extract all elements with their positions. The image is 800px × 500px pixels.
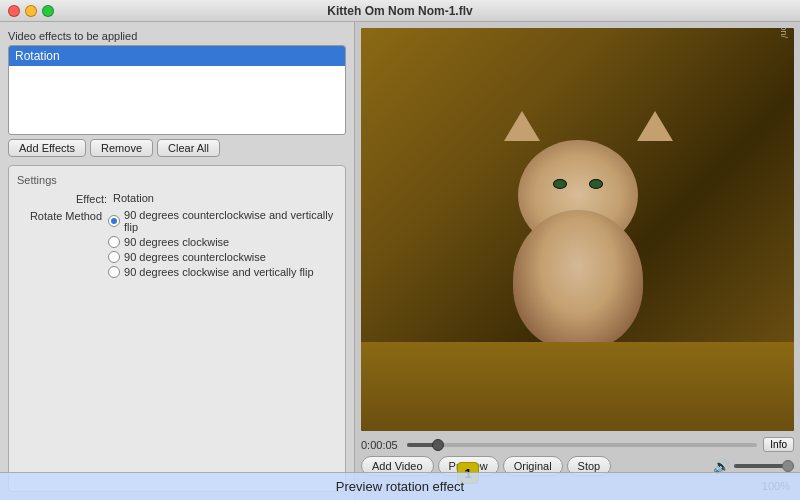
- cat-eyes: [553, 179, 603, 189]
- radio-2[interactable]: [108, 251, 120, 263]
- effect-label: Effect:: [17, 192, 107, 205]
- volume-thumb[interactable]: [782, 460, 794, 472]
- effects-list-label: Video effects to be applied: [8, 30, 346, 42]
- maximize-button[interactable]: [42, 5, 54, 17]
- settings-section: Settings Effect: Rotation Rotate Method …: [8, 165, 346, 492]
- cat-ear-right: [637, 111, 673, 141]
- effect-value: Rotation: [113, 192, 154, 204]
- rotate-method-label: Rotate Method: [17, 209, 102, 222]
- remove-button[interactable]: Remove: [90, 139, 153, 157]
- window-title: Kitteh Om Nom Nom-1.flv: [327, 4, 472, 18]
- clear-all-button[interactable]: Clear All: [157, 139, 220, 157]
- video-frame: http://www.bigsoft.com/conversion/: [361, 28, 794, 431]
- settings-title: Settings: [17, 174, 337, 186]
- tooltip-text: Preview rotation effect: [336, 479, 464, 494]
- close-button[interactable]: [8, 5, 20, 17]
- seek-thumb[interactable]: [432, 439, 444, 451]
- add-effects-button[interactable]: Add Effects: [8, 139, 86, 157]
- radio-option-0[interactable]: 90 degrees counterclockwise and vertical…: [108, 209, 337, 233]
- radio-3[interactable]: [108, 266, 120, 278]
- cat-scene: http://www.bigsoft.com/conversion/: [361, 28, 794, 431]
- titlebar: Kitteh Om Nom Nom-1.flv: [0, 0, 800, 22]
- main-content: Video effects to be applied Rotation Add…: [0, 22, 800, 500]
- rotate-method-row: Rotate Method 90 degrees counterclockwis…: [17, 209, 337, 278]
- cat-eye-right: [589, 179, 603, 189]
- watermark: http://www.bigsoft.com/conversion/: [779, 28, 789, 38]
- radio-0[interactable]: [108, 215, 120, 227]
- window-controls: [8, 5, 54, 17]
- effects-buttons-row: Add Effects Remove Clear All: [8, 139, 346, 157]
- volume-fill: [734, 464, 788, 468]
- left-panel: Video effects to be applied Rotation Add…: [0, 22, 355, 500]
- radio-1[interactable]: [108, 236, 120, 248]
- time-row: 0:00:05 Info: [361, 437, 794, 452]
- floor-area: [361, 342, 794, 431]
- seek-fill: [407, 443, 435, 447]
- volume-slider[interactable]: [734, 464, 794, 468]
- radio-label-0: 90 degrees counterclockwise and vertical…: [124, 209, 337, 233]
- tooltip-bar: Preview rotation effect: [0, 472, 800, 500]
- radio-label-2: 90 degrees counterclockwise: [124, 251, 266, 263]
- radio-label-1: 90 degrees clockwise: [124, 236, 229, 248]
- radio-option-1[interactable]: 90 degrees clockwise: [108, 236, 337, 248]
- rotate-options: 90 degrees counterclockwise and vertical…: [108, 209, 337, 278]
- seek-bar[interactable]: [407, 443, 757, 447]
- radio-label-3: 90 degrees clockwise and vertically flip: [124, 266, 314, 278]
- video-preview: http://www.bigsoft.com/conversion/: [361, 28, 794, 431]
- cat-eye-left: [553, 179, 567, 189]
- effect-row: Effect: Rotation: [17, 192, 337, 205]
- effects-list: Rotation: [8, 45, 346, 135]
- radio-option-3[interactable]: 90 degrees clockwise and vertically flip: [108, 266, 337, 278]
- info-button[interactable]: Info: [763, 437, 794, 452]
- radio-option-2[interactable]: 90 degrees counterclockwise: [108, 251, 337, 263]
- minimize-button[interactable]: [25, 5, 37, 17]
- cat-body: [513, 210, 643, 350]
- right-panel: http://www.bigsoft.com/conversion/ 0:00:…: [355, 22, 800, 500]
- cat-ear-left: [504, 111, 540, 141]
- effects-list-item[interactable]: Rotation: [9, 46, 345, 66]
- time-display: 0:00:05: [361, 439, 401, 451]
